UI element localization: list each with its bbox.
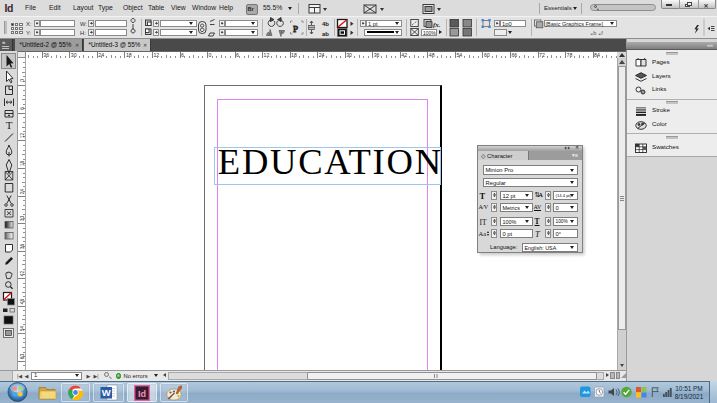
svg-text:Id: Id [138,388,146,398]
svg-text:ab: ab [322,31,329,37]
svg-text:P: P [293,24,298,34]
svg-text:fx.: fx. [433,21,441,29]
svg-text:W: W [102,387,111,398]
svg-text:T: T [6,119,13,131]
svg-text:◒b ◒f: ◒b ◒f [590,30,603,36]
svg-text:4b: 4b [322,21,329,27]
